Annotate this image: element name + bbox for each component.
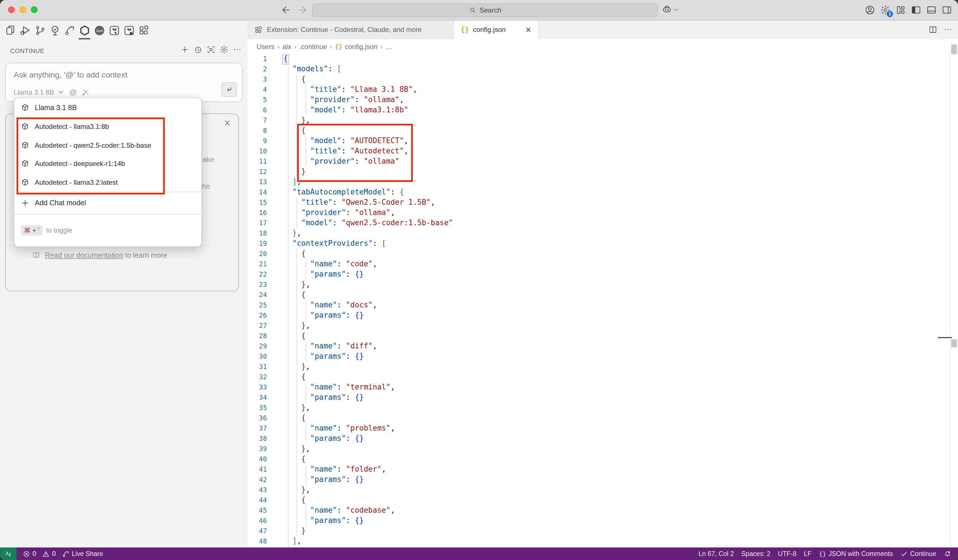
settings-badge: 1: [887, 11, 893, 17]
model-option[interactable]: Autodetect - llama3.2:latest: [14, 173, 201, 192]
search-placeholder: Search: [480, 6, 501, 14]
scrollbar-thumb[interactable]: [951, 44, 957, 54]
breadcrumb-item[interactable]: …: [385, 43, 392, 51]
activity-item-todo-tree[interactable]: [47, 22, 62, 38]
search-input[interactable]: Search: [312, 3, 658, 17]
tab-config-json[interactable]: {} config.json ✕: [454, 20, 539, 40]
close-window-button[interactable]: [8, 6, 15, 13]
line-number: 47: [247, 526, 267, 536]
remote-indicator[interactable]: [0, 547, 17, 560]
shortcut-keys: ⌘ + ': [21, 225, 43, 236]
line-number: 5: [247, 95, 267, 105]
forward-button[interactable]: [297, 5, 308, 15]
close-icon[interactable]: ✕: [224, 119, 231, 127]
customize-layout-icon[interactable]: [895, 5, 906, 15]
status-item-lf[interactable]: LF: [804, 550, 812, 557]
code-line: 16"provider": "ollama",: [247, 208, 950, 218]
code-line: 25"name": "docs",: [247, 300, 950, 310]
account-icon[interactable]: [864, 5, 875, 15]
tab-extension-continue[interactable]: Extension: Continue - Codestral, Claude,…: [247, 20, 454, 40]
line-number: 33: [247, 382, 267, 392]
split-editor-icon[interactable]: [928, 25, 937, 34]
send-button[interactable]: [221, 82, 237, 97]
code-line: 31},: [247, 362, 950, 372]
return-icon: [225, 86, 233, 94]
add-chat-model-button[interactable]: Add Chat model: [14, 192, 201, 214]
activity-item-json[interactable]: Json: [92, 22, 106, 38]
minimize-window-button[interactable]: [19, 6, 26, 13]
status-item-utf-8[interactable]: UTF-8: [778, 550, 796, 557]
cube-icon: [21, 159, 30, 168]
breadcrumb-item[interactable]: alx: [282, 43, 291, 51]
json-icon: Json: [93, 24, 105, 36]
toggle-secondary-sidebar-icon[interactable]: [941, 5, 952, 15]
line-number: 9: [247, 136, 267, 146]
line-number: 12: [247, 167, 267, 177]
model-dropdown: Llama 3.1 8B Autodetect - llama3.1:8bAut…: [14, 97, 202, 247]
code-line: 44{: [247, 495, 950, 505]
line-number: 8: [247, 125, 267, 136]
history-icon[interactable]: [193, 45, 202, 54]
toggle-primary-sidebar-icon[interactable]: [911, 5, 922, 15]
shortcut-hint-text: to toggle: [46, 227, 72, 234]
more-icon[interactable]: [233, 45, 242, 54]
status-item-0[interactable]: 0: [43, 550, 56, 557]
code-line: 45"name": "codebase",: [247, 505, 950, 516]
extensions-icon: [254, 25, 263, 34]
code-line: 2"models": [: [247, 64, 950, 74]
docs-suffix: to learn more: [125, 251, 167, 259]
docs-link[interactable]: Read our documentation: [45, 251, 123, 259]
chat-input-card[interactable]: Ask anything, '@' to add context Llama 3…: [5, 63, 243, 102]
code-line: 10"title": "Autodetect",: [247, 146, 950, 156]
toggle-panel-icon[interactable]: [926, 5, 937, 15]
model-selector[interactable]: Llama 3.1 8B: [14, 88, 65, 97]
breadcrumb-item[interactable]: .continue: [299, 43, 327, 51]
code-line: 42"params": {}: [247, 474, 950, 485]
activity-item-terraform[interactable]: [106, 22, 122, 38]
status-item-json-with-comments[interactable]: {}JSON with Comments: [819, 550, 893, 557]
code-line: 36{: [247, 413, 950, 423]
model-option-label: Autodetect - qwen2.5-coder:1.5b-base: [35, 141, 151, 149]
activity-item-run-debug[interactable]: [17, 22, 33, 38]
status-bar: 00Live Share Ln 67, Col 2Spaces: 2UTF-8L…: [0, 547, 958, 560]
copilot-menu-button[interactable]: [661, 4, 680, 15]
activity-item-source-control[interactable]: [33, 22, 47, 38]
more-actions-icon[interactable]: [943, 25, 952, 34]
live-share-icon: [63, 24, 76, 36]
model-option[interactable]: Autodetect - qwen2.5-coder:1.5b-base: [14, 136, 201, 154]
activity-item-live-share[interactable]: [62, 22, 77, 38]
breadcrumb-item[interactable]: {}config.json: [335, 43, 377, 51]
editor-group: Extension: Continue - Codestral, Claude,…: [247, 20, 958, 547]
status-item-0[interactable]: 0: [23, 550, 36, 557]
model-option[interactable]: Autodetect - deepseek-r1:14b: [14, 154, 201, 173]
code-line: 23},: [247, 279, 950, 290]
run-debug-icon: [19, 24, 31, 36]
back-button[interactable]: [281, 5, 291, 15]
status-item-spaces-2[interactable]: Spaces: 2: [741, 550, 770, 557]
activity-item-extensions[interactable]: [136, 22, 151, 38]
status-item[interactable]: [944, 550, 951, 557]
screen-full-icon[interactable]: [206, 45, 216, 54]
model-option[interactable]: Llama 3.1 8B: [14, 98, 201, 117]
code-line: 19"contextProviders": [: [247, 238, 950, 249]
breadcrumb-item[interactable]: Users: [257, 43, 274, 51]
code-line: 35},: [247, 403, 950, 413]
activity-item-explorer[interactable]: [3, 22, 17, 38]
status-item-continue[interactable]: Continue: [900, 550, 936, 557]
vscode-window: Search 1 Json CONTINUE Ask anything, '@'…: [0, 0, 958, 560]
add-context-button[interactable]: @: [69, 88, 77, 97]
activity-item-terraform-cloud[interactable]: [122, 22, 136, 38]
close-tab-icon[interactable]: ✕: [525, 25, 531, 34]
tools-icon[interactable]: [81, 88, 90, 97]
line-number: 24: [247, 290, 267, 300]
activity-item-continue[interactable]: [77, 22, 92, 38]
code-editor[interactable]: 1{2"models": [3{4"title": "Llama 3.1 8B"…: [247, 54, 950, 547]
line-number: 27: [247, 320, 267, 331]
add-icon[interactable]: [180, 45, 189, 54]
status-item-ln-67-col-2[interactable]: Ln 67, Col 2: [699, 550, 734, 557]
model-option[interactable]: Autodetect - llama3.1:8b: [14, 117, 201, 136]
status-item-live-share[interactable]: Live Share: [62, 550, 103, 557]
settings-gear-button[interactable]: 1: [880, 5, 891, 15]
zoom-window-button[interactable]: [31, 6, 38, 13]
gear-icon[interactable]: [220, 45, 229, 54]
